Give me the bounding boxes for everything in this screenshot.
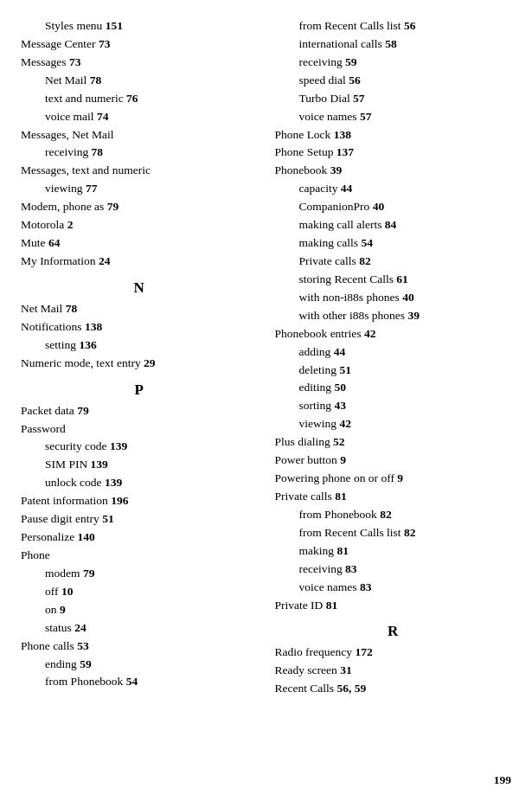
entry-text: with other i88s phones: [299, 309, 408, 322]
index-entry: CompanionPro 40: [275, 198, 512, 216]
left-column: Styles menu 151Message Center 73Messages…: [21, 17, 258, 698]
entry-page: 84: [385, 218, 397, 231]
entry-page: 9: [397, 471, 403, 484]
entry-page: 140: [78, 530, 95, 543]
entry-page: 151: [106, 19, 123, 32]
index-entry: Patent information 196: [21, 492, 258, 510]
entry-text: adding: [299, 345, 334, 358]
entry-text: international calls: [299, 37, 386, 50]
entry-page: 59: [80, 657, 92, 670]
entry-text: Phone Setup: [275, 145, 337, 158]
entry-page: 57: [360, 110, 372, 123]
index-entry: deleting 51: [275, 362, 512, 380]
index-entry: receiving 78: [21, 144, 258, 162]
entry-text: sorting: [299, 399, 335, 412]
index-entry: voice mail 74: [21, 108, 258, 126]
entry-text: security code: [45, 439, 110, 452]
index-entry: on 9: [21, 601, 258, 619]
index-entry: Private calls 82: [275, 253, 512, 271]
entry-page: 9: [340, 453, 346, 466]
entry-text: receiving: [45, 145, 92, 158]
index-entry: Net Mail 78: [21, 300, 258, 318]
entry-text: Messages: [21, 55, 69, 68]
entry-page: 40: [402, 291, 414, 304]
index-entry: text and numeric 76: [21, 90, 258, 108]
entry-text: from Phonebook: [45, 675, 126, 688]
entry-text: CompanionPro: [299, 200, 373, 213]
index-entry: Phonebook 39: [275, 162, 512, 180]
entry-page: 54: [361, 236, 373, 249]
entry-page: 77: [86, 182, 98, 195]
entry-text: speed dial: [299, 74, 349, 87]
entry-text: Phone: [21, 548, 50, 561]
entry-text: modem: [45, 567, 83, 580]
index-entry: Messages, text and numeric: [21, 162, 258, 180]
index-entry: international calls 58: [275, 35, 512, 54]
entry-text: viewing: [45, 182, 86, 195]
entry-text: Radio frequency: [275, 645, 356, 658]
section-header-r: R: [275, 623, 512, 640]
entry-text: making calls: [299, 236, 362, 249]
entry-page: 137: [337, 145, 354, 158]
index-entry: receiving 83: [275, 561, 512, 579]
section-header-p: P: [21, 381, 258, 399]
entry-page: 52: [333, 435, 345, 448]
entry-page: 82: [404, 526, 416, 539]
entry-page: 31: [340, 663, 352, 676]
index-entry: setting 136: [21, 336, 258, 355]
entry-page: 42: [364, 327, 376, 340]
index-entry: Recent Calls 56, 59: [275, 680, 512, 698]
entry-text: SIM PIN: [45, 458, 91, 471]
entry-text: on: [45, 603, 60, 616]
entry-page: 79: [107, 200, 119, 213]
entry-page: 76: [126, 92, 138, 105]
entry-text: My Information: [21, 254, 99, 267]
entry-text: Phone calls: [21, 639, 77, 652]
index-entry: modem 79: [21, 565, 258, 583]
entry-text: Pause digit entry: [21, 512, 102, 525]
index-entry: adding 44: [275, 343, 512, 362]
entry-page: 56: [404, 19, 416, 32]
index-entry: Motorola 2: [21, 216, 258, 234]
entry-text: setting: [45, 338, 79, 351]
index-entry: unlock code 139: [21, 474, 258, 492]
entry-text: off: [45, 585, 61, 598]
entry-page: 172: [355, 645, 372, 658]
entry-text: text and numeric: [45, 92, 126, 105]
entry-text: Motorola: [21, 218, 67, 231]
entry-page: 81: [326, 599, 338, 612]
entry-page: 44: [334, 345, 346, 358]
entry-page: 139: [110, 439, 127, 452]
index-entry: off 10: [21, 583, 258, 601]
index-entry: Personalize 140: [21, 529, 258, 547]
index-entry: voice names 83: [275, 579, 512, 597]
entry-text: Ready screen: [275, 663, 341, 676]
entry-page: 138: [334, 128, 351, 141]
index-entry: from Recent Calls list 56: [275, 17, 512, 35]
index-entry: from Recent Calls list 82: [275, 524, 512, 542]
index-entry: viewing 77: [21, 180, 258, 198]
entry-page: 82: [359, 254, 371, 267]
entry-text: Power button: [275, 453, 341, 466]
index-entry: Powering phone on or off 9: [275, 470, 512, 488]
entry-page: 79: [77, 404, 89, 417]
right-column: from Recent Calls list 56international c…: [275, 17, 512, 698]
entry-text: from Phonebook: [299, 508, 381, 521]
entry-text: status: [45, 621, 74, 634]
entry-page: 139: [91, 458, 108, 471]
index-entry: Password: [21, 420, 258, 439]
entry-text: deleting: [299, 363, 340, 376]
index-entry: Messages 73: [21, 54, 258, 72]
index-entry: Net Mail 78: [21, 72, 258, 90]
index-entry: with non-i88s phones 40: [275, 289, 512, 307]
entry-text: storing Recent Calls: [299, 272, 397, 285]
entry-page: 83: [345, 562, 357, 575]
index-entry: Plus dialing 52: [275, 433, 512, 452]
entry-text: Private ID: [275, 599, 326, 612]
entry-text: Packet data: [21, 404, 77, 417]
index-entry: Radio frequency 172: [275, 644, 512, 662]
entry-text: Mute: [21, 236, 48, 249]
entry-text: Net Mail: [45, 74, 90, 87]
entry-page: 73: [99, 37, 111, 50]
entry-page: 56, 59: [337, 682, 366, 695]
